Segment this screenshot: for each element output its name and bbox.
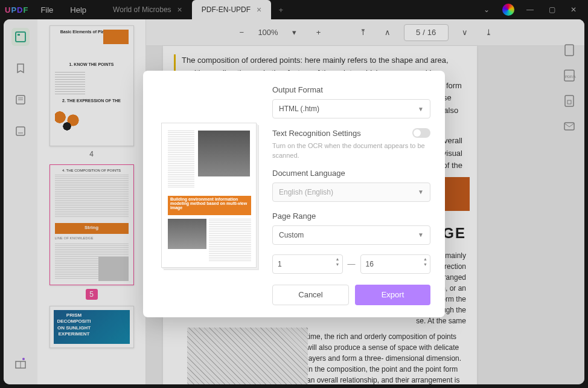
- language-select[interactable]: English (English) ▼: [272, 183, 430, 202]
- export-dialog: Building environment information modelin…: [143, 71, 445, 317]
- language-label: Document Language: [272, 169, 430, 178]
- chevron-down-icon: ▼: [418, 106, 424, 112]
- step-up-icon[interactable]: ▲: [423, 256, 427, 262]
- output-format-select[interactable]: HTML (.htm) ▼: [272, 99, 430, 118]
- ocr-hint: Turn on the OCR when the document appear…: [272, 141, 430, 160]
- page-range-select[interactable]: Custom ▼: [272, 225, 430, 245]
- range-separator: —: [348, 259, 356, 268]
- export-button[interactable]: Export: [355, 285, 430, 305]
- output-format-label: Output Format: [272, 85, 430, 94]
- export-preview: Building environment information modelin…: [158, 85, 260, 305]
- export-form: Output Format HTML (.htm) ▼ Text Recogni…: [272, 85, 430, 305]
- preview-strip: Building environment information modelin…: [168, 196, 251, 215]
- step-down-icon[interactable]: ▼: [423, 262, 427, 267]
- cancel-button[interactable]: Cancel: [272, 285, 349, 305]
- modal-overlay: Building environment information modelin…: [0, 0, 588, 388]
- chevron-down-icon: ▼: [418, 231, 424, 238]
- page-range-label: Page Range: [272, 212, 430, 221]
- range-to-input[interactable]: 16 ▲▼: [360, 254, 431, 274]
- range-from-input[interactable]: 1 ▲▼: [272, 254, 343, 274]
- ocr-toggle[interactable]: [412, 128, 430, 138]
- chevron-down-icon: ▼: [418, 189, 424, 195]
- step-up-icon[interactable]: ▲: [336, 256, 340, 262]
- ocr-label: Text Recognition Settings: [272, 129, 361, 138]
- step-down-icon[interactable]: ▼: [336, 262, 340, 267]
